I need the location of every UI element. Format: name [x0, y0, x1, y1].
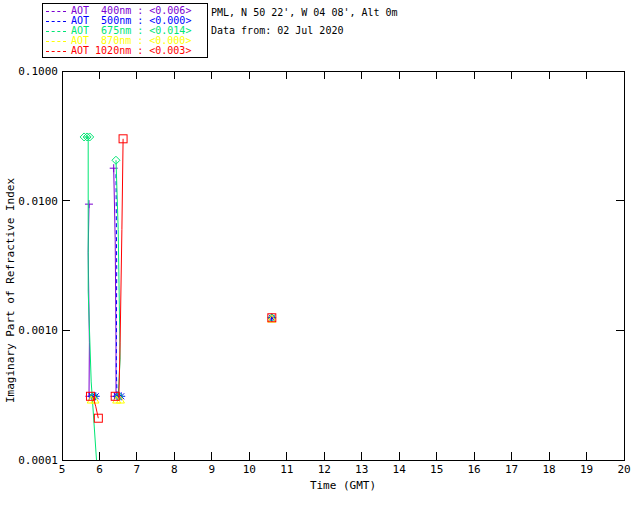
series-line [88, 137, 96, 460]
marker-plus [85, 200, 93, 208]
x-tick-label: 17 [505, 463, 518, 476]
series-aot-400nm [85, 164, 276, 400]
series-aot-500nm [88, 174, 276, 400]
aeronet-plot-screen: AOT 400nm : <0.006>AOT 500nm : <0.000>AO… [0, 0, 640, 512]
series-aot-675nm [80, 133, 276, 460]
x-tick-label: 20 [617, 463, 630, 476]
y-tick-label: 0.1000 [18, 65, 58, 78]
y-tick-label: 0.0100 [18, 195, 58, 208]
x-tick-label: 5 [59, 463, 66, 476]
x-tick-label: 8 [171, 463, 178, 476]
marker-square [94, 414, 102, 422]
x-tick-label: 6 [96, 463, 103, 476]
x-tick-label: 19 [580, 463, 593, 476]
x-tick-label: 18 [542, 463, 555, 476]
x-tick-label: 15 [430, 463, 443, 476]
y-axis-title: Imaginary Part of Refractive Index [4, 178, 17, 404]
plot-frame [62, 71, 624, 460]
x-tick-label: 14 [393, 463, 407, 476]
x-tick-label: 16 [468, 463, 481, 476]
x-axis: 567891011121314151617181920Time (GMT) [59, 71, 631, 492]
y-tick-label: 0.0001 [18, 454, 58, 467]
x-tick-label: 11 [280, 463, 293, 476]
y-tick-label: 0.0010 [18, 324, 58, 337]
x-tick-label: 10 [243, 463, 256, 476]
y-axis: 0.10000.01000.00100.0001Imaginary Part o… [4, 65, 624, 467]
x-tick-label: 9 [209, 463, 216, 476]
x-axis-title: Time (GMT) [310, 479, 376, 492]
plot-svg: 567891011121314151617181920Time (GMT)0.1… [0, 0, 640, 512]
series-aot-1020nm [86, 135, 275, 422]
x-tick-label: 7 [134, 463, 141, 476]
series-line [119, 139, 123, 397]
x-tick-label: 12 [318, 463, 331, 476]
x-tick-label: 13 [355, 463, 368, 476]
series-line [114, 168, 116, 396]
